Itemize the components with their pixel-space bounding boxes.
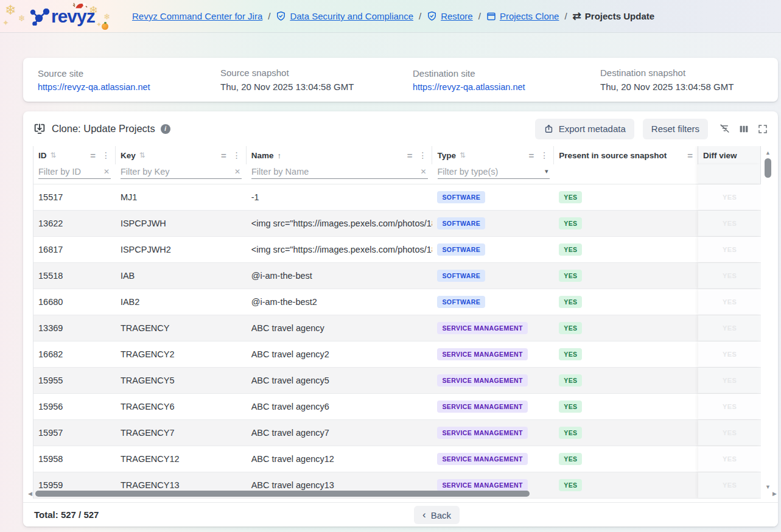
horizontal-scrollbar[interactable]: ◀ ▶ xyxy=(28,490,778,499)
export-metadata-button[interactable]: Export metadata xyxy=(535,119,634,139)
column-header-diff-view[interactable]: Diff view xyxy=(698,146,761,164)
table-row[interactable]: 15955TRAGENCY5ABC travel agency5SERVICE … xyxy=(33,368,761,394)
cell-id: 13369 xyxy=(33,315,116,341)
column-filter-indicator-icon[interactable]: = xyxy=(90,150,96,161)
cell-type: SERVICE MANAGEMENT xyxy=(432,420,554,446)
table-row[interactable]: 16680IAB2@i-am-the-best2SOFTWAREYESYES xyxy=(33,289,761,315)
table-row[interactable]: 16682TRAGENCY2ABC travel agency2SERVICE … xyxy=(33,341,761,368)
cell-type: SERVICE MANAGEMENT xyxy=(432,341,554,367)
filter-key-input[interactable] xyxy=(121,167,233,177)
filter-type-select[interactable]: ▾ xyxy=(438,164,550,179)
info-icon[interactable]: i xyxy=(161,124,170,134)
diff-view-value: YES xyxy=(723,481,737,489)
table-footer: Total: 527 / 527 ‹ Back xyxy=(23,502,778,527)
table-row[interactable]: 15518IAB@i-am-the-bestSOFTWAREYESYES xyxy=(33,263,761,289)
clear-filter-icon[interactable]: ✕ xyxy=(102,167,111,176)
breadcrumb-link[interactable]: Data Security and Compliance xyxy=(290,11,413,21)
column-header-name[interactable]: Name ↑ = ⋮ xyxy=(247,146,433,164)
cell-key: TRAGENCY7 xyxy=(116,420,247,446)
present-badge: YES xyxy=(559,243,582,256)
column-filter-indicator-icon[interactable]: = xyxy=(687,150,693,161)
table-row[interactable]: 15958TRAGENCY12ABC travel agency12SERVIC… xyxy=(33,446,761,472)
cell-id: 15956 xyxy=(33,394,116,419)
column-header-present[interactable]: Present in source snapshot = xyxy=(554,146,698,164)
table-row[interactable]: 15956TRAGENCY6ABC travel agency6SERVICE … xyxy=(33,394,761,420)
clear-filters-icon[interactable] xyxy=(719,123,730,135)
column-menu-icon[interactable]: ⋮ xyxy=(418,150,427,160)
breadcrumb-link[interactable]: Projects Clone xyxy=(500,11,559,21)
filter-name-field[interactable]: ✕ xyxy=(251,164,428,179)
filter-key-field[interactable]: ✕ xyxy=(121,164,242,179)
diff-view-value: YES xyxy=(723,429,737,436)
table-row[interactable]: 15517MJ1-1SOFTWAREYESYES xyxy=(33,184,761,211)
present-badge: YES xyxy=(559,191,582,203)
scroll-up-icon[interactable]: ▲ xyxy=(765,150,771,156)
chevron-left-icon: ‹ xyxy=(422,509,426,521)
column-label: Name xyxy=(251,151,274,160)
table-toolbar: Clone: Update Projects i Export metadata… xyxy=(23,111,778,146)
columns-icon[interactable] xyxy=(738,124,749,135)
column-menu-icon[interactable]: ⋮ xyxy=(233,150,241,160)
type-badge: SERVICE MANAGEMENT xyxy=(437,427,527,439)
table-row[interactable]: 13369TRAGENCYABC travel agencySERVICE MA… xyxy=(33,315,761,341)
column-filter-indicator-icon[interactable]: = xyxy=(407,150,413,161)
cell-diff-view: YES xyxy=(698,341,761,367)
source-snapshot-label: Source snapshot xyxy=(220,68,413,78)
column-filter-indicator-icon[interactable]: = xyxy=(221,150,226,161)
breadcrumb-item-data-security[interactable]: Data Security and Compliance xyxy=(276,11,413,21)
diff-view-value: YES xyxy=(723,194,737,201)
breadcrumb-link[interactable]: Revyz Command Center for Jira xyxy=(132,11,262,21)
fullscreen-icon[interactable] xyxy=(757,124,768,135)
destination-site-link[interactable]: https://revyz-qa.atlassian.net xyxy=(413,82,600,92)
sort-icon[interactable]: ⇅ xyxy=(139,151,145,159)
back-button[interactable]: ‹ Back xyxy=(414,506,460,524)
column-menu-icon[interactable]: ⋮ xyxy=(102,150,110,160)
scroll-down-icon[interactable]: ▼ xyxy=(765,484,771,490)
grid-filter-row: ✕ ✕ ✕ xyxy=(33,164,761,184)
cell-key: TRAGENCY5 xyxy=(116,368,247,393)
sort-ascending-icon[interactable]: ↑ xyxy=(277,151,281,160)
sort-icon[interactable]: ⇅ xyxy=(51,151,57,159)
cell-key: TRAGENCY2 xyxy=(116,341,247,367)
breadcrumb-item-command-center[interactable]: Revyz Command Center for Jira xyxy=(132,11,262,21)
column-filter-indicator-icon[interactable]: = xyxy=(529,150,534,161)
filter-id-field[interactable]: ✕ xyxy=(38,164,111,179)
breadcrumb-separator: / xyxy=(478,11,481,21)
table-row[interactable]: 16817ISPCPJWH2<img src="https://images.p… xyxy=(33,237,761,263)
filter-name-input[interactable] xyxy=(251,167,419,177)
destination-snapshot-label: Destination snapshot xyxy=(600,68,763,78)
column-header-id[interactable]: ID ⇅ = ⋮ xyxy=(33,146,116,164)
breadcrumb-item-restore[interactable]: Restore xyxy=(427,11,473,21)
breadcrumb-item-projects-clone[interactable]: Projects Clone xyxy=(486,11,559,21)
filter-id-input[interactable] xyxy=(38,167,102,177)
back-label: Back xyxy=(431,510,451,520)
breadcrumb-link[interactable]: Restore xyxy=(441,11,473,21)
table-row[interactable]: 13622ISPCPJWH<img src="https://images.pe… xyxy=(33,211,761,237)
source-site-link[interactable]: https://revyz-qa.atlassian.net xyxy=(38,82,220,92)
present-badge: YES xyxy=(559,479,582,491)
column-header-key[interactable]: Key ⇅ = ⋮ xyxy=(116,146,247,164)
clear-filter-icon[interactable]: ✕ xyxy=(419,167,427,176)
table-row[interactable]: 15957TRAGENCY7ABC travel agency7SERVICE … xyxy=(33,420,761,446)
chevron-down-icon[interactable]: ▾ xyxy=(544,167,550,175)
app-header: ❄ ❄ ✦ ❄ ❄ ✦ revyz Re xyxy=(0,0,781,32)
cell-diff-view: YES xyxy=(698,237,761,262)
horizontal-scrollbar-thumb[interactable] xyxy=(35,491,530,497)
column-header-type[interactable]: Type ⇅ = ⋮ xyxy=(432,146,554,164)
scroll-right-icon[interactable]: ▶ xyxy=(772,491,777,497)
reset-filters-button[interactable]: Reset filters xyxy=(643,119,708,139)
clear-filter-icon[interactable]: ✕ xyxy=(233,167,242,176)
column-menu-icon[interactable]: ⋮ xyxy=(540,150,548,160)
vertical-scrollbar[interactable]: ▲ ▼ xyxy=(763,147,773,492)
cell-diff-view: YES xyxy=(698,315,761,341)
scroll-left-icon[interactable]: ◀ xyxy=(28,491,32,497)
sort-icon[interactable]: ⇅ xyxy=(460,151,466,159)
filter-type-input[interactable] xyxy=(438,167,544,177)
cell-present: YES xyxy=(554,341,698,367)
diff-view-value: YES xyxy=(723,455,737,463)
column-label: Present in source snapshot xyxy=(559,151,667,160)
export-icon xyxy=(544,124,554,134)
vertical-scrollbar-thumb[interactable] xyxy=(765,158,771,178)
revyz-logo[interactable]: ❄ ❄ ✦ ❄ ❄ ✦ revyz xyxy=(0,0,125,32)
santa-hat-icon xyxy=(72,1,88,11)
